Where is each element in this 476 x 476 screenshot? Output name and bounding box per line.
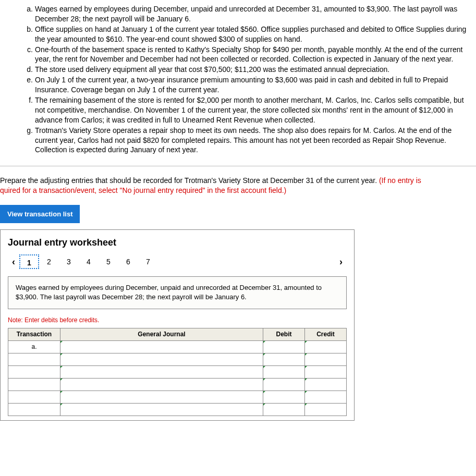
transaction-cell: a. <box>8 340 60 353</box>
credit-cell[interactable] <box>305 353 347 365</box>
item-text: The store used delivery equipment all ye… <box>35 65 471 75</box>
table-row <box>8 365 347 378</box>
table-row <box>8 378 347 390</box>
item-label: b. <box>23 25 33 44</box>
transaction-cell <box>8 378 60 390</box>
instructions: Prepare the adjusting entries that shoul… <box>0 166 476 205</box>
general-journal-cell[interactable] <box>60 390 263 403</box>
tab-5[interactable]: 5 <box>99 254 118 269</box>
tab-4[interactable]: 4 <box>79 254 99 269</box>
credit-cell[interactable] <box>305 390 347 403</box>
tab-3[interactable]: 3 <box>59 254 79 269</box>
chevron-right-icon[interactable]: › <box>335 257 347 267</box>
journal-worksheet: Journal entry worksheet ‹ 1 2 3 4 5 6 7 … <box>0 229 355 420</box>
table-header-row: Transaction General Journal Debit Credit <box>8 328 347 340</box>
debit-cell[interactable] <box>263 378 305 390</box>
item-text: On July 1 of the current year, a two-yea… <box>35 75 471 95</box>
list-item: c.One-fourth of the basement space is re… <box>23 45 471 65</box>
item-label: f. <box>23 95 33 125</box>
instructions-red2: quired for a transaction/event, select "… <box>0 186 286 194</box>
list-item: e.On July 1 of the current year, a two-y… <box>23 75 471 95</box>
item-text: Wages earned by employees during Decembe… <box>35 4 471 24</box>
table-row <box>8 403 347 416</box>
instructions-main: Prepare the adjusting entries that shoul… <box>0 176 379 185</box>
tab-2[interactable]: 2 <box>39 254 59 269</box>
debit-cell[interactable] <box>263 353 305 365</box>
debit-cell[interactable] <box>263 340 305 353</box>
list-item: d.The store used delivery equipment all … <box>23 65 471 75</box>
credit-cell[interactable] <box>305 378 347 390</box>
item-text: The remaining basement of the store is r… <box>35 95 471 125</box>
tab-1[interactable]: 1 <box>19 254 39 269</box>
credit-cell[interactable] <box>305 403 347 416</box>
table-row: a. <box>8 340 347 353</box>
col-credit-header: Credit <box>305 328 347 340</box>
general-journal-cell[interactable] <box>60 378 263 390</box>
note-prefix: Note: <box>8 316 25 324</box>
problem-items: a.Wages earned by employees during Decem… <box>0 0 476 166</box>
general-journal-cell[interactable] <box>60 365 263 378</box>
item-label: g. <box>23 126 33 155</box>
list-item: g.Trotman's Variety Store operates a rep… <box>23 126 471 155</box>
worksheet-title: Journal entry worksheet <box>8 237 347 248</box>
journal-table: Transaction General Journal Debit Credit… <box>8 328 347 416</box>
table-row <box>8 353 347 365</box>
col-debit-header: Debit <box>263 328 305 340</box>
item-label: d. <box>23 65 33 75</box>
debit-cell[interactable] <box>263 390 305 403</box>
list-item: b.Office supplies on hand at January 1 o… <box>23 25 471 44</box>
chevron-left-icon[interactable]: ‹ <box>8 257 19 267</box>
note-text: Enter debits before credits. <box>25 316 99 324</box>
item-text: One-fourth of the basement space is rent… <box>35 45 471 65</box>
item-label: e. <box>23 75 33 95</box>
item-text: Trotman's Variety Store operates a repai… <box>35 126 471 155</box>
general-journal-cell[interactable] <box>60 353 263 365</box>
transaction-cell <box>8 353 60 365</box>
tab-7[interactable]: 7 <box>138 254 158 269</box>
instructions-red1: (If no entry is <box>379 176 421 185</box>
item-label: c. <box>23 45 33 65</box>
transaction-cell <box>8 365 60 378</box>
credit-cell[interactable] <box>305 365 347 378</box>
view-transaction-list-button[interactable]: View transaction list <box>0 205 80 223</box>
item-text: Office supplies on hand at January 1 of … <box>35 25 471 44</box>
debit-cell[interactable] <box>263 403 305 416</box>
item-label: a. <box>23 4 33 24</box>
item-list: a.Wages earned by employees during Decem… <box>23 4 476 155</box>
credit-cell[interactable] <box>305 340 347 353</box>
entry-description: Wages earned by employees during Decembe… <box>8 276 347 309</box>
tab-6[interactable]: 6 <box>118 254 138 269</box>
list-item: a.Wages earned by employees during Decem… <box>23 4 471 24</box>
col-transaction-header: Transaction <box>8 328 60 340</box>
list-item: f.The remaining basement of the store is… <box>23 95 471 125</box>
general-journal-cell[interactable] <box>60 340 263 353</box>
transaction-cell <box>8 403 60 416</box>
note-line: Note: Enter debits before credits. <box>8 316 347 324</box>
transaction-cell <box>8 390 60 403</box>
table-row <box>8 390 347 403</box>
col-general-journal-header: General Journal <box>60 328 263 340</box>
general-journal-cell[interactable] <box>60 403 263 416</box>
debit-cell[interactable] <box>263 365 305 378</box>
tab-row: ‹ 1 2 3 4 5 6 7 › <box>8 254 347 269</box>
